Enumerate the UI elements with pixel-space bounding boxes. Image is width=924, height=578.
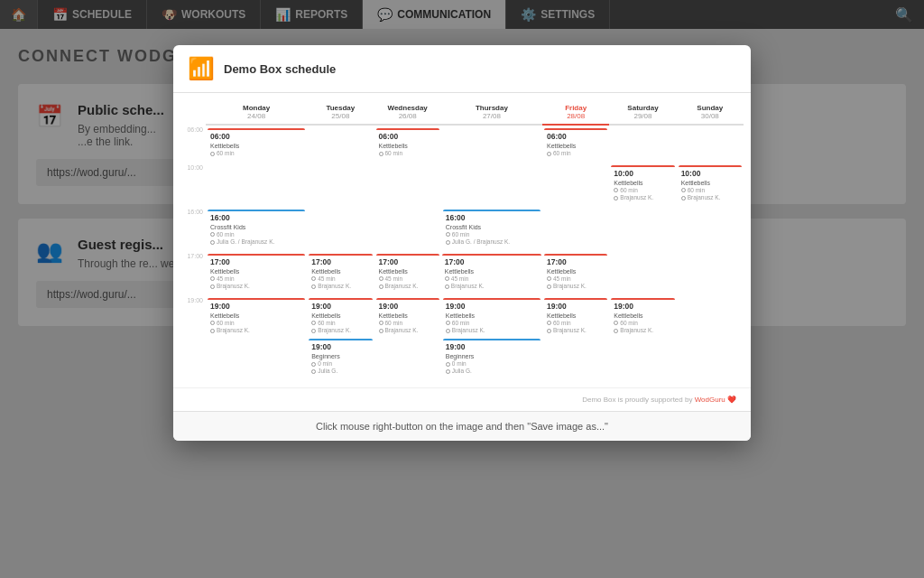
thursday-1700: 17:00 Kettlebells 45 min Brajanusz K. xyxy=(441,251,542,295)
class-block: 19:00 Beginners 0 min Julia G. xyxy=(309,339,372,378)
class-block: 19:00 Kettlebells 60 min Brajanusz K. xyxy=(309,298,372,337)
thursday-1600: 16:00 Crossfit Kids 60 min Julia G. / Br… xyxy=(441,207,542,251)
class-block: 19:00 Kettlebells 60 min Brajanusz K. xyxy=(376,298,439,337)
tuesday-1700: 17:00 Kettlebells 45 min Brajanusz K. xyxy=(307,251,374,295)
modal-footer: Demo Box is proudly supported by WodGuru… xyxy=(173,387,751,411)
modal-header: 📶 Demo Box schedule xyxy=(173,45,751,93)
modal-overlay[interactable]: 📶 Demo Box schedule Monday24/08 Tuesday2… xyxy=(0,0,924,578)
sunday-1900 xyxy=(677,295,744,380)
class-block: 17:00 Kettlebells 45 min Brajanusz K. xyxy=(376,254,439,293)
modal-title: Demo Box schedule xyxy=(224,62,336,76)
gym-icon: 📶 xyxy=(188,56,215,81)
saturday-1600 xyxy=(609,207,676,251)
class-block: 17:00 Kettlebells 45 min Brajanusz K. xyxy=(442,254,541,293)
schedule-container[interactable]: Monday24/08 Tuesday25/08 Wednesday26/08 … xyxy=(173,93,751,387)
friday-1700: 17:00 Kettlebells 45 min Brajanusz K. xyxy=(542,251,609,295)
friday-1600 xyxy=(542,207,609,251)
day-header-tuesday: Tuesday25/08 xyxy=(307,100,374,125)
class-block: 19:00 Kettlebells 60 min Brajanusz K. xyxy=(544,298,607,337)
monday-0600: 06:00 Kettlebells 60 min xyxy=(206,125,307,163)
footer-text: Demo Box is proudly supported by WodGuru… xyxy=(582,396,736,404)
class-block: 19:00 Kettlebells 60 min Brajanusz K. xyxy=(208,298,305,337)
schedule-modal: 📶 Demo Box schedule Monday24/08 Tuesday2… xyxy=(173,45,751,441)
time-row-0600: 06:00 06:00 Kettlebells 60 min 06:00 xyxy=(180,125,744,163)
tuesday-1000 xyxy=(307,163,374,207)
monday-1600: 16:00 Crossfit Kids 60 min Julia G. / Br… xyxy=(206,207,307,251)
day-header-thursday: Thursday27/08 xyxy=(441,100,542,125)
class-block: 10:00 Kettlebells 60 min Brajanusz K. xyxy=(679,165,742,204)
saturday-1000: 10:00 Kettlebells 60 min Brajanusz K. xyxy=(609,163,676,207)
class-block: 17:00 Kettlebells 45 min Brajanusz K. xyxy=(208,254,305,293)
saturday-1900: 19:00 Kettlebells 60 min Brajanusz K. xyxy=(609,295,676,380)
wednesday-1000 xyxy=(374,163,441,207)
modal-bottom-instruction: Click mouse right-button on the image an… xyxy=(173,411,751,441)
day-header-friday: Friday28/08 xyxy=(542,100,609,125)
wednesday-1600 xyxy=(374,207,441,251)
saturday-0600 xyxy=(609,125,676,163)
class-block: 16:00 Crossfit Kids 60 min Julia G. / Br… xyxy=(208,210,305,248)
time-row-1000: 10:00 10:00 Kettlebells 60 min Brajanusz xyxy=(180,163,744,207)
wednesday-0600: 06:00 Kettlebells 60 min xyxy=(374,125,441,163)
time-row-1900: 19:00 19:00 Kettlebells 60 min Brajanusz… xyxy=(180,295,744,380)
class-block: 06:00 Kettlebells 60 min xyxy=(208,128,305,160)
class-block: 06:00 Kettlebells 60 min xyxy=(376,128,439,160)
time-row-1700: 17:00 17:00 Kettlebells 45 min Brajanusz… xyxy=(180,251,744,295)
saturday-1700 xyxy=(609,251,676,295)
friday-1900: 19:00 Kettlebells 60 min Brajanusz K. xyxy=(542,295,609,380)
class-block: 19:00 Beginners 0 min Julia G. xyxy=(443,339,541,378)
monday-1000 xyxy=(206,163,307,207)
thursday-1000 xyxy=(441,163,542,207)
monday-1700: 17:00 Kettlebells 45 min Brajanusz K. xyxy=(206,251,307,295)
class-block: 19:00 Kettlebells 60 min Brajanusz K. xyxy=(443,298,541,337)
day-header-wednesday: Wednesday26/08 xyxy=(374,100,441,125)
class-block: 17:00 Kettlebells 45 min Brajanusz K. xyxy=(309,254,372,293)
class-block: 17:00 Kettlebells 45 min Brajanusz K. xyxy=(544,254,607,293)
thursday-0600 xyxy=(441,125,542,163)
class-block: 10:00 Kettlebells 60 min Brajanusz K. xyxy=(611,165,674,204)
friday-1000 xyxy=(542,163,609,207)
monday-1900: 19:00 Kettlebells 60 min Brajanusz K. xyxy=(206,295,307,380)
wednesday-1900: 19:00 Kettlebells 60 min Brajanusz K. xyxy=(374,295,441,380)
class-block: 19:00 Kettlebells 60 min Brajanusz K. xyxy=(611,298,674,337)
time-row-1600: 16:00 16:00 Crossfit Kids 60 min Julia G… xyxy=(180,207,744,251)
sunday-1700 xyxy=(677,251,744,295)
sunday-0600 xyxy=(677,125,744,163)
friday-0600: 06:00 Kettlebells 60 min xyxy=(542,125,609,163)
day-header-monday: Monday24/08 xyxy=(206,100,307,125)
tuesday-1600 xyxy=(307,207,374,251)
class-block: 16:00 Crossfit Kids 60 min Julia G. / Br… xyxy=(443,210,541,248)
thursday-1900: 19:00 Kettlebells 60 min Brajanusz K. 19… xyxy=(441,295,542,380)
sunday-1600 xyxy=(677,207,744,251)
sunday-1000: 10:00 Kettlebells 60 min Brajanusz K. xyxy=(677,163,744,207)
wednesday-1700: 17:00 Kettlebells 45 min Brajanusz K. xyxy=(374,251,441,295)
class-block: 06:00 Kettlebells 60 min xyxy=(544,128,607,160)
tuesday-1900: 19:00 Kettlebells 60 min Brajanusz K. 19… xyxy=(307,295,374,380)
day-header-sunday: Sunday30/08 xyxy=(677,100,744,125)
day-header-saturday: Saturday29/08 xyxy=(609,100,676,125)
tuesday-0600 xyxy=(307,125,374,163)
schedule-table: Monday24/08 Tuesday25/08 Wednesday26/08 … xyxy=(180,100,744,380)
